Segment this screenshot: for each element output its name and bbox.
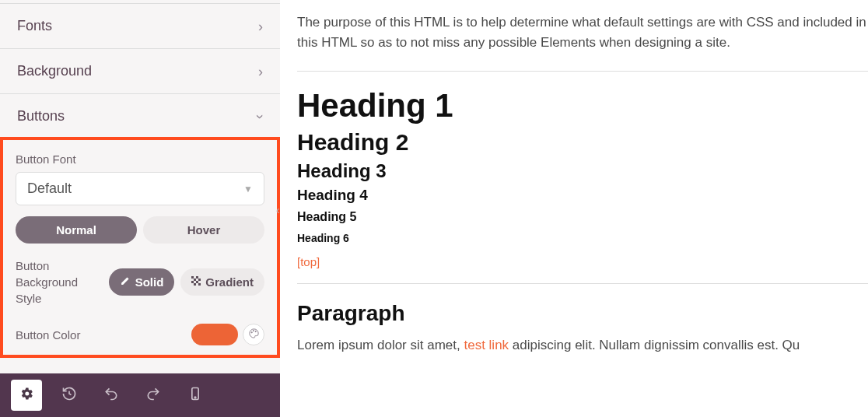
divider (297, 71, 868, 72)
chevron-right-icon: › (258, 65, 263, 79)
svg-point-12 (194, 397, 196, 398)
tab-normal[interactable]: Normal (16, 216, 137, 244)
chevron-down-icon: › (254, 114, 268, 119)
paragraph-pre: Lorem ipsum dolor sit amet, (297, 338, 464, 352)
intro-text: The purpose of this HTML is to help dete… (297, 12, 868, 54)
section-buttons[interactable]: Buttons › (0, 94, 280, 138)
tab-normal-label: Normal (56, 223, 96, 237)
color-swatch[interactable] (191, 324, 238, 345)
tab-hover[interactable]: Hover (143, 216, 264, 244)
section-background-title: Background (17, 63, 92, 79)
bg-style-label: Button Background Style (16, 258, 101, 307)
pencil-icon (120, 275, 131, 289)
svg-rect-3 (198, 279, 201, 281)
top-link[interactable]: [top] (297, 255, 320, 268)
heading-6: Heading 6 (297, 232, 868, 244)
state-tabs: Normal Hover (16, 216, 264, 244)
button-font-select[interactable]: Default ▼ (16, 172, 264, 205)
svg-rect-1 (196, 276, 198, 279)
history-button[interactable] (48, 380, 90, 411)
section-background[interactable]: Background › (0, 49, 280, 94)
svg-point-8 (251, 331, 252, 332)
panel-scroll: Fonts › Background › Buttons › Button Fo… (0, 0, 280, 373)
bg-style-gradient[interactable]: Gradient (180, 268, 264, 296)
buttons-panel-highlight: Button Font Default ▼ Normal Hover Butto… (0, 137, 280, 358)
dropdown-arrow-icon: ▼ (243, 184, 253, 194)
bg-style-group: Solid Gradient (109, 268, 264, 296)
collapse-sidebar-handle[interactable]: ‹ (274, 201, 282, 219)
svg-rect-6 (194, 283, 196, 286)
redo-button[interactable] (132, 380, 174, 411)
tab-hover-label: Hover (187, 223, 221, 237)
color-picker-button[interactable] (243, 324, 264, 345)
svg-rect-4 (191, 281, 194, 283)
section-buttons-title: Buttons (17, 108, 65, 124)
button-color-row: Button Color (16, 324, 264, 345)
bg-style-solid[interactable]: Solid (109, 268, 175, 296)
palette-icon (248, 328, 260, 342)
button-font-label: Button Font (16, 152, 264, 166)
heading-2: Heading 2 (297, 129, 868, 156)
bottom-toolbar (0, 373, 280, 417)
preview-pane: The purpose of this HTML is to help dete… (280, 0, 868, 417)
svg-point-10 (255, 331, 256, 331)
bg-style-row: Button Background Style Solid Gradient (16, 258, 264, 307)
heading-3: Heading 3 (297, 160, 868, 182)
button-font-value: Default (27, 180, 72, 197)
paragraph-heading: Paragraph (297, 301, 868, 326)
heading-5: Heading 5 (297, 210, 868, 224)
heading-1: Heading 1 (297, 87, 868, 124)
svg-rect-5 (196, 281, 198, 283)
svg-rect-7 (198, 283, 201, 286)
chevron-right-icon: › (258, 19, 263, 33)
paragraph-post: adipiscing elit. Nullam dignissim conval… (509, 338, 800, 352)
undo-icon (103, 386, 119, 405)
bg-style-solid-label: Solid (135, 275, 164, 289)
section-fonts[interactable]: Fonts › (0, 3, 280, 49)
test-link[interactable]: test link (464, 338, 509, 352)
paragraph-body: Lorem ipsum dolor sit amet, test link ad… (297, 335, 868, 356)
customizer-sidebar: Fonts › Background › Buttons › Button Fo… (0, 0, 280, 417)
divider (297, 283, 868, 284)
svg-rect-2 (194, 279, 196, 281)
svg-point-9 (253, 330, 254, 331)
mobile-icon (187, 386, 203, 405)
bg-style-gradient-label: Gradient (205, 275, 254, 289)
undo-button[interactable] (90, 380, 132, 411)
section-fonts-title: Fonts (17, 18, 52, 34)
redo-icon (145, 386, 161, 405)
color-control (191, 324, 264, 345)
heading-4: Heading 4 (297, 187, 868, 204)
mobile-preview-button[interactable] (174, 380, 216, 411)
history-icon (61, 386, 77, 405)
gear-icon (19, 386, 34, 405)
grid-icon (191, 276, 201, 288)
svg-rect-0 (191, 276, 194, 279)
settings-button[interactable] (11, 380, 42, 411)
button-color-label: Button Color (16, 327, 184, 343)
